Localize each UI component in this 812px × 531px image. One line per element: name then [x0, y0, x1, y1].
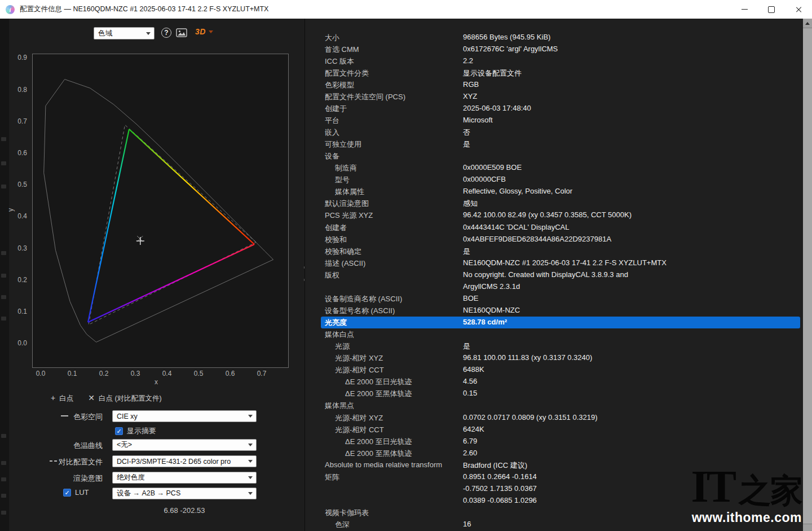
- close-button[interactable]: [785, 0, 812, 19]
- question-icon: ?: [164, 29, 168, 37]
- info-row[interactable]: 校验和确定是: [305, 245, 803, 257]
- info-row[interactable]: 平台Microsoft: [305, 114, 803, 126]
- info-row[interactable]: ArgyllCMS 2.3.1d: [305, 280, 803, 292]
- info-row[interactable]: 视频卡伽玛表: [305, 507, 803, 519]
- plot-type-select[interactable]: 色域: [94, 27, 155, 40]
- info-value: NE160QDM-NZC: [463, 306, 520, 314]
- scrollbar-thumb[interactable]: [803, 28, 812, 524]
- info-row[interactable]: 媒体白点: [305, 328, 803, 340]
- compare-profile-value: DCI-P3/SMPTE-431-2 D65 color pro: [113, 458, 246, 466]
- rendering-intent-select[interactable]: 绝对色度: [112, 472, 257, 484]
- info-row[interactable]: 光源是: [305, 340, 803, 352]
- faint-glyph: [1, 494, 6, 498]
- minimize-icon: [742, 9, 748, 10]
- info-value: 6424K: [463, 425, 484, 433]
- info-row[interactable]: 色彩模型RGB: [305, 78, 803, 90]
- info-row[interactable]: 设备型号名称 (ASCII)NE160QDM-NZC: [305, 304, 803, 316]
- colorspace-value: CIE xy: [113, 412, 246, 420]
- info-key: 型号: [335, 175, 350, 185]
- info-key: 光源-相对 CCT: [335, 365, 384, 375]
- vertical-scrollbar[interactable]: [803, 19, 812, 531]
- info-row[interactable]: 校验和0x4ABFEF9D8ED628344A86A22D9237981A: [305, 233, 803, 245]
- info-value: 0.8951 0.2664 -0.1614: [463, 472, 537, 481]
- info-row[interactable]: 色深16: [305, 519, 803, 530]
- info-row[interactable]: ICC 版本2.2: [305, 55, 803, 67]
- info-row[interactable]: Absolute to media relative transformBrad…: [305, 459, 803, 471]
- info-value: 0.15: [463, 389, 477, 397]
- info-row[interactable]: 制造商0x0000E509 BOE: [305, 162, 803, 174]
- image-icon: [176, 28, 187, 37]
- info-row[interactable]: 大小968656 Bytes (945.95 KiB): [305, 31, 803, 43]
- info-key: ICC 版本: [325, 56, 354, 67]
- info-row[interactable]: 光源-相对 CCT6424K: [305, 423, 803, 435]
- info-key: 设备制造商名称 (ASCII): [325, 294, 402, 304]
- cursor-coordinates: 6.68 -202.53: [112, 506, 257, 515]
- colorspace-select[interactable]: CIE xy: [112, 410, 257, 422]
- info-row[interactable]: 型号0x00000CFB: [305, 174, 803, 186]
- x-tick-label: 0.0: [36, 370, 46, 378]
- info-row[interactable]: 0.0389 -0.0685 1.0296: [305, 494, 803, 506]
- info-key: 版权: [325, 270, 339, 280]
- info-row[interactable]: -0.7502 1.7135 0.0367: [305, 482, 803, 494]
- info-value: 6.79: [463, 437, 477, 445]
- info-row[interactable]: 默认渲染意图感知: [305, 198, 803, 209]
- info-key: 嵌入: [325, 128, 339, 138]
- info-row[interactable]: ΔE 2000 至黑体轨迹0.15: [305, 388, 803, 400]
- tone-curve-select[interactable]: <无>: [112, 439, 257, 451]
- y-tick-label: 0.4: [11, 212, 27, 220]
- info-row[interactable]: 矩阵0.8951 0.2664 -0.1614: [305, 471, 803, 482]
- info-row[interactable]: PCS 光源 XYZ96.42 100.00 82.49 (xy 0.3457 …: [305, 209, 803, 221]
- legend-whitepoint-compare-label: 白点 (对比配置文件): [99, 394, 162, 402]
- info-row[interactable]: 设备制造商名称 (ASCII)BOE: [305, 292, 803, 304]
- info-row[interactable]: ΔE 2000 至黑体轨迹2.60: [305, 447, 803, 459]
- info-row[interactable]: 可独立使用是: [305, 138, 803, 150]
- info-key: 配置文件分类: [325, 68, 369, 78]
- info-row[interactable]: 创建者0x4443414C 'DCAL' DisplayCAL: [305, 221, 803, 233]
- info-row[interactable]: 设备: [305, 150, 803, 162]
- info-row[interactable]: 配置文件关连空间 (PCS)XYZ: [305, 90, 803, 102]
- info-row[interactable]: 配置文件分类显示设备配置文件: [305, 67, 803, 78]
- info-key: PCS 光源 XYZ: [325, 210, 373, 221]
- info-row[interactable]: ΔE 2000 至日光轨迹4.56: [305, 376, 803, 388]
- info-value: Microsoft: [463, 116, 493, 124]
- show-summary-checkbox[interactable]: 显示摘要: [115, 426, 156, 436]
- faint-glyph: [1, 434, 6, 438]
- lut-direction-select[interactable]: 设备 → A2B → PCS: [112, 488, 257, 499]
- info-row[interactable]: 光源-相对 CCT6488K: [305, 364, 803, 376]
- info-row[interactable]: 嵌入否: [305, 126, 803, 138]
- lut-direction-value: 设备 → A2B → PCS: [113, 489, 246, 498]
- compare-profile-select[interactable]: DCI-P3/SMPTE-431-2 D65 color pro: [112, 455, 257, 467]
- plot-legend: +白点 ✕白点 (对比配置文件): [51, 393, 162, 403]
- view-3d-button[interactable]: 3D: [195, 27, 217, 36]
- info-key: 平台: [325, 116, 339, 126]
- info-key: ΔE 2000 至黑体轨迹: [345, 389, 412, 399]
- info-row[interactable]: 创建于2025-06-03 17:48:40: [305, 102, 803, 114]
- lut-checkbox[interactable]: LUT: [63, 488, 89, 497]
- info-row[interactable]: 光亮度528.78 cd/m²: [305, 317, 803, 328]
- info-value: 是: [463, 247, 470, 257]
- info-value: 是: [463, 139, 470, 150]
- info-row[interactable]: 首选 CMM0x6172676C 'argl' ArgyllCMS: [305, 43, 803, 55]
- info-row[interactable]: 光源-相对 XYZ96.81 100.00 111.83 (xy 0.3137 …: [305, 352, 803, 364]
- info-key: 校验和: [325, 235, 347, 245]
- minimize-button[interactable]: [731, 0, 758, 19]
- info-row[interactable]: 媒体属性Reflective, Glossy, Positive, Color: [305, 186, 803, 198]
- info-row[interactable]: 媒体黑点: [305, 400, 803, 411]
- info-row[interactable]: 光源-相对 XYZ0.0702 0.0717 0.0809 (xy 0.3151…: [305, 411, 803, 423]
- rendering-intent-value: 绝对色度: [113, 473, 246, 482]
- scroll-up-icon[interactable]: [805, 22, 810, 25]
- info-key: 光源-相对 CCT: [335, 425, 384, 435]
- info-row[interactable]: ΔE 2000 至日光轨迹6.79: [305, 435, 803, 447]
- info-value: -0.7502 1.7135 0.0367: [463, 484, 537, 493]
- help-button[interactable]: ?: [161, 28, 171, 38]
- info-value: 0x6172676C 'argl' ArgyllCMS: [463, 45, 558, 53]
- info-value: 是: [463, 341, 470, 352]
- chevron-down-icon: [248, 444, 253, 446]
- info-row[interactable]: 版权No copyright. Created with DisplayCAL …: [305, 269, 803, 280]
- maximize-button[interactable]: [758, 0, 785, 19]
- info-value: 0x4ABFEF9D8ED628344A86A22D9237981A: [463, 235, 611, 243]
- chromaticity-plot[interactable]: [32, 54, 289, 368]
- info-row[interactable]: 描述 (ASCII)NE160QDM-NZC #1 2025-06-03 17-…: [305, 257, 803, 269]
- info-value: 0x0000E509 BOE: [463, 163, 522, 172]
- export-image-button[interactable]: [176, 28, 187, 37]
